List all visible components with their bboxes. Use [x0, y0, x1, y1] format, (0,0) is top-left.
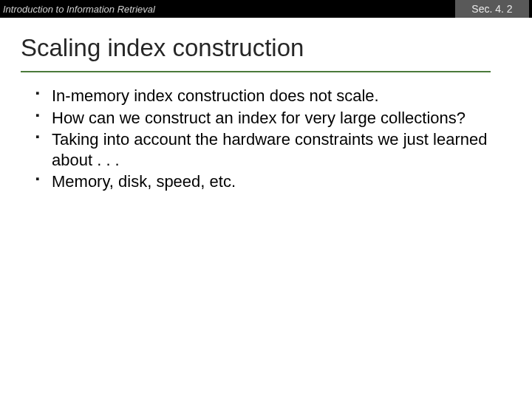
list-item: Taking into account the hardware constra… — [35, 129, 510, 170]
slide-header-bar: Introduction to Information Retrieval Se… — [0, 0, 532, 18]
title-area: Scaling index construction — [0, 18, 532, 66]
list-item: In-memory index construction does not sc… — [35, 86, 510, 106]
section-label: Sec. 4. 2 — [471, 3, 512, 15]
section-box: Sec. 4. 2 — [455, 0, 529, 18]
slide-title: Scaling index construction — [21, 34, 511, 62]
course-title: Introduction to Information Retrieval — [3, 4, 155, 15]
bullet-list: In-memory index construction does not sc… — [35, 86, 510, 192]
slide-content: In-memory index construction does not sc… — [0, 72, 532, 192]
list-item: Memory, disk, speed, etc. — [35, 171, 510, 192]
list-item: How can we construct an index for very l… — [35, 108, 510, 129]
